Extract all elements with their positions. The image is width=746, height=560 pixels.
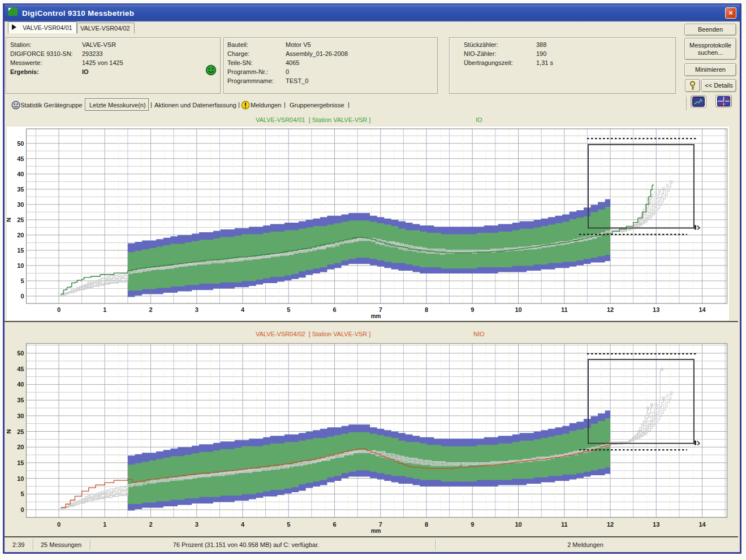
svg-text:10: 10 [515,521,521,528]
svg-text:25: 25 [17,428,24,435]
svg-text:25: 25 [17,216,24,223]
svg-text:5: 5 [287,521,290,528]
svg-text:20: 20 [17,232,24,238]
svg-text:6: 6 [333,306,336,313]
svg-text:mm: mm [371,313,381,319]
svg-text:5: 5 [20,277,24,284]
svg-text:45: 45 [17,155,24,162]
svg-text:11: 11 [561,306,568,313]
svg-text:0: 0 [57,521,61,528]
svg-text:40: 40 [17,381,24,388]
svg-text:14: 14 [698,521,706,528]
svg-text:15: 15 [17,247,24,254]
svg-text:10: 10 [17,262,24,269]
svg-text:5: 5 [20,490,24,497]
svg-text:2: 2 [149,521,152,528]
svg-text:10: 10 [17,475,24,482]
svg-text:9: 9 [471,521,474,528]
svg-text:12: 12 [607,521,614,528]
svg-text:15: 15 [17,459,24,466]
svg-text:3: 3 [195,306,199,313]
svg-text:35: 35 [17,397,24,403]
svg-text:30: 30 [17,201,24,208]
svg-text:1: 1 [103,521,106,528]
svg-text:N: N [7,429,12,433]
svg-text:3: 3 [195,521,199,528]
svg-text:11: 11 [561,521,568,528]
svg-text:9: 9 [471,306,474,313]
svg-text:10: 10 [515,306,521,313]
svg-text:mm: mm [371,528,381,534]
svg-text:50: 50 [17,140,24,147]
svg-text:4: 4 [241,521,245,528]
svg-text:13: 13 [653,306,659,313]
svg-text:N: N [7,218,12,222]
svg-text:7: 7 [379,306,382,313]
svg-text:8: 8 [425,306,428,313]
svg-text:7: 7 [379,521,382,528]
svg-text:20: 20 [17,444,24,450]
svg-text:35: 35 [17,186,24,193]
svg-text:13: 13 [653,521,659,528]
svg-text:50: 50 [17,350,24,357]
svg-text:4: 4 [241,306,245,313]
svg-text:2: 2 [149,306,152,313]
svg-text:45: 45 [17,366,24,372]
svg-text:0: 0 [20,506,24,513]
svg-text:1: 1 [103,306,106,313]
svg-text:12: 12 [607,306,614,313]
svg-text:5: 5 [287,306,290,313]
svg-text:30: 30 [17,413,24,419]
svg-text:6: 6 [333,521,336,528]
svg-text:14: 14 [698,306,706,313]
svg-text:8: 8 [425,521,428,528]
svg-text:0: 0 [57,306,61,313]
svg-text:0: 0 [20,293,24,299]
svg-text:40: 40 [17,171,24,177]
